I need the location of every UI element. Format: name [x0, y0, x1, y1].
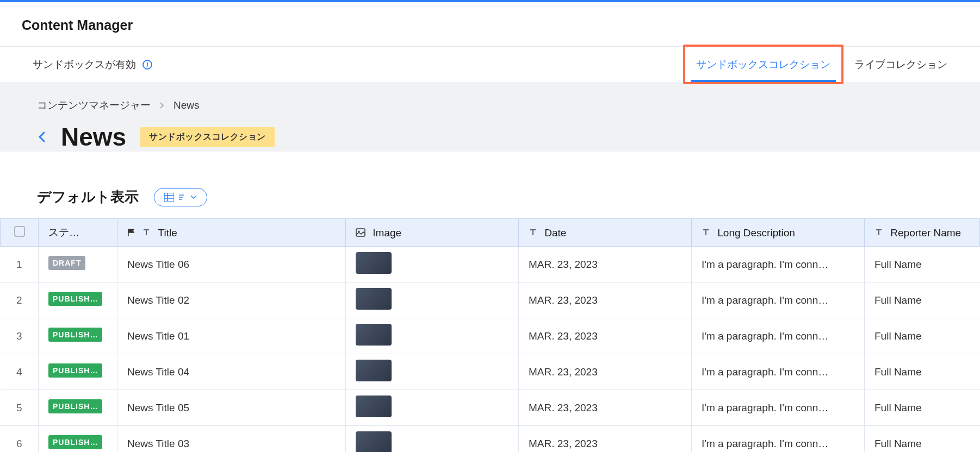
app-title: Content Manager	[22, 17, 958, 33]
cell-long-description: I'm a paragraph. I'm conn…	[692, 247, 865, 282]
back-button[interactable]	[37, 130, 47, 143]
header-image[interactable]: Image	[346, 219, 519, 247]
cell-long-description: I'm a paragraph. I'm conn…	[692, 354, 865, 390]
header-checkbox[interactable]	[1, 219, 39, 247]
column-label: Image	[373, 227, 401, 238]
column-label: Long Description	[717, 227, 795, 238]
subheader: サンドボックスが有効 i サンドボックスコレクション ライブコレクション	[0, 47, 980, 82]
row-number: 6	[1, 426, 39, 453]
cell-date: MAR. 23, 2023	[519, 247, 692, 282]
status-badge: PUBLISH…	[48, 399, 102, 413]
sandbox-badge: サンドボックスコレクション	[140, 127, 275, 147]
cell-status: PUBLISH…	[39, 354, 117, 390]
tab-label: サンドボックスコレクション	[696, 58, 830, 72]
sort-icon	[178, 193, 186, 201]
cell-reporter: Full Name	[865, 354, 980, 390]
cell-date: MAR. 23, 2023	[519, 318, 692, 354]
cell-long-description: I'm a paragraph. I'm conn…	[692, 318, 865, 354]
view-section: デフォルト表示	[0, 172, 980, 218]
title-row: News サンドボックスコレクション	[37, 122, 943, 152]
flag-icon	[127, 228, 135, 237]
table-header-row: ステ… Title Image	[1, 219, 980, 247]
cell-status: PUBLISH…	[39, 318, 117, 354]
cell-image[interactable]	[346, 390, 519, 426]
table-row[interactable]: 2PUBLISH…News Title 02MAR. 23, 2023I'm a…	[1, 282, 980, 318]
row-number: 4	[1, 354, 39, 390]
header-title[interactable]: Title	[117, 219, 346, 247]
breadcrumb: コンテンツマネージャー News	[37, 98, 943, 112]
cell-status: PUBLISH…	[39, 390, 117, 426]
cell-title[interactable]: News Title 03	[117, 426, 346, 453]
content-area: コンテンツマネージャー News News サンドボックスコレクション	[0, 82, 980, 152]
column-label: Reporter Name	[890, 227, 961, 238]
status-badge: PUBLISH…	[48, 363, 102, 378]
status-badge: PUBLISH…	[48, 292, 102, 306]
header-status[interactable]: ステ…	[39, 219, 117, 247]
cell-title[interactable]: News Title 05	[117, 390, 346, 426]
tab-live-collection[interactable]: ライブコレクション	[843, 47, 958, 82]
sandbox-indicator: サンドボックスが有効 i	[33, 58, 152, 72]
breadcrumb-item[interactable]: コンテンツマネージャー	[37, 98, 151, 112]
status-badge: DRAFT	[48, 256, 85, 270]
thumbnail	[356, 324, 392, 346]
cell-image[interactable]	[346, 426, 519, 453]
sandbox-label: サンドボックスが有効	[33, 58, 136, 72]
row-number: 5	[1, 390, 39, 426]
cell-reporter: Full Name	[865, 282, 980, 318]
cell-image[interactable]	[346, 354, 519, 390]
tab-sandbox-collection[interactable]: サンドボックスコレクション	[683, 45, 843, 84]
info-icon[interactable]: i	[142, 60, 152, 70]
cell-title[interactable]: News Title 02	[117, 282, 346, 318]
chevron-right-icon	[159, 102, 165, 109]
cell-title[interactable]: News Title 04	[117, 354, 346, 390]
thumbnail	[356, 288, 392, 310]
header-long-desc[interactable]: Long Description	[692, 219, 865, 247]
text-type-icon	[142, 228, 151, 237]
cell-image[interactable]	[346, 247, 519, 282]
thumbnail	[356, 395, 392, 417]
thumbnail	[356, 431, 392, 452]
cell-reporter: Full Name	[865, 247, 980, 282]
cell-long-description: I'm a paragraph. I'm conn…	[692, 390, 865, 426]
breadcrumb-item: News	[173, 99, 200, 111]
data-table: ステ… Title Image	[0, 218, 980, 452]
tab-label: ライブコレクション	[854, 58, 947, 72]
table-row[interactable]: 3PUBLISH…News Title 01MAR. 23, 2023I'm a…	[1, 318, 980, 354]
chevron-down-icon	[190, 195, 197, 199]
header-reporter[interactable]: Reporter Name	[865, 219, 980, 247]
thumbnail	[356, 360, 392, 381]
app-header: Content Manager	[0, 2, 980, 47]
status-badge: PUBLISH…	[48, 328, 102, 342]
table-row[interactable]: 5PUBLISH…News Title 05MAR. 23, 2023I'm a…	[1, 390, 980, 426]
view-label: デフォルト表示	[37, 187, 139, 206]
checkbox-icon[interactable]	[14, 226, 25, 237]
cell-image[interactable]	[346, 282, 519, 318]
thumbnail	[356, 252, 392, 274]
cell-status: DRAFT	[39, 247, 117, 282]
header-date[interactable]: Date	[519, 219, 692, 247]
collection-tabs: サンドボックスコレクション ライブコレクション	[683, 47, 958, 82]
cell-title[interactable]: News Title 01	[117, 318, 346, 354]
row-number: 2	[1, 282, 39, 318]
table-row[interactable]: 6PUBLISH…News Title 03MAR. 23, 2023I'm a…	[1, 426, 980, 453]
cell-reporter: Full Name	[865, 390, 980, 426]
table-row[interactable]: 1DRAFTNews Title 06MAR. 23, 2023I'm a pa…	[1, 247, 980, 282]
svg-rect-0	[164, 193, 174, 202]
text-type-icon	[874, 228, 883, 237]
table-view-icon	[164, 193, 174, 202]
row-number: 1	[1, 247, 39, 282]
status-badge: PUBLISH…	[48, 435, 102, 449]
cell-date: MAR. 23, 2023	[519, 390, 692, 426]
cell-status: PUBLISH…	[39, 426, 117, 453]
table-row[interactable]: 4PUBLISH…News Title 04MAR. 23, 2023I'm a…	[1, 354, 980, 390]
cell-title[interactable]: News Title 06	[117, 247, 346, 282]
cell-status: PUBLISH…	[39, 282, 117, 318]
view-picker[interactable]	[154, 188, 207, 206]
cell-image[interactable]	[346, 318, 519, 354]
cell-date: MAR. 23, 2023	[519, 282, 692, 318]
cell-reporter: Full Name	[865, 318, 980, 354]
cell-long-description: I'm a paragraph. I'm conn…	[692, 426, 865, 453]
column-label: ステ…	[48, 227, 79, 238]
column-label: Date	[544, 227, 566, 238]
cell-reporter: Full Name	[865, 426, 980, 453]
